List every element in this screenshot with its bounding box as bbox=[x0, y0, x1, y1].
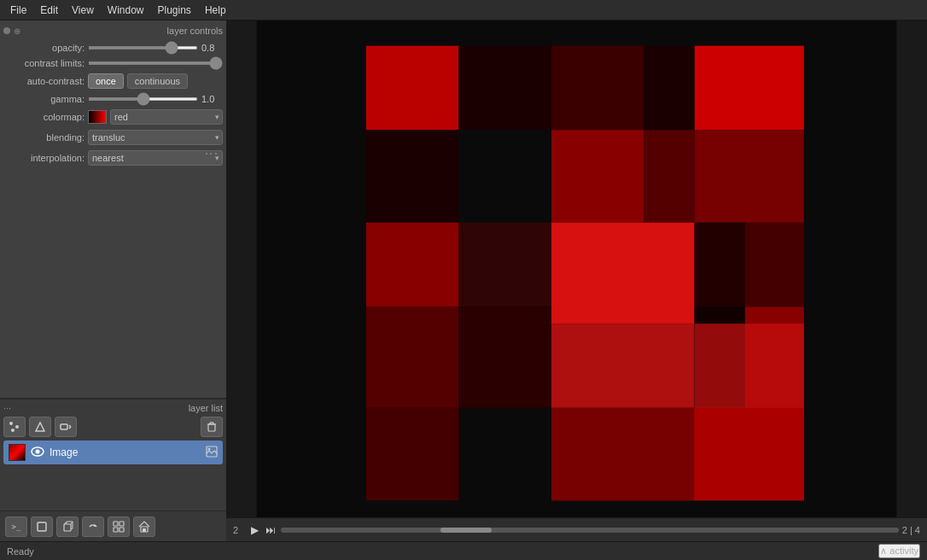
svg-point-2 bbox=[11, 429, 15, 432]
activity-button[interactable]: ∧ activity bbox=[878, 544, 920, 558]
opacity-slider[interactable] bbox=[88, 46, 198, 50]
labels-tool-button[interactable] bbox=[55, 417, 77, 437]
gamma-row: gamma: 1.0 bbox=[3, 94, 223, 104]
image-type-icon bbox=[206, 446, 218, 458]
svg-rect-33 bbox=[695, 130, 804, 223]
svg-rect-22 bbox=[114, 528, 118, 532]
menubar: File Edit View Window Plugins Help bbox=[0, 0, 927, 20]
expand-icon[interactable]: ⊕ bbox=[14, 26, 20, 36]
left-panel: ⊕ layer controls opacity: 0.8 contrast l… bbox=[0, 20, 226, 541]
auto-contrast-row: auto-contrast: once continuous bbox=[3, 73, 223, 89]
interpolation-row: interpolation: nearest bilinear bicubic … bbox=[3, 150, 223, 166]
status-ready: Ready bbox=[7, 546, 34, 557]
shapes-tool-button[interactable] bbox=[29, 417, 51, 437]
image-canvas bbox=[226, 20, 927, 517]
playback-thumb bbox=[440, 528, 492, 533]
2d-view-button[interactable] bbox=[31, 516, 53, 537]
points-icon bbox=[9, 421, 20, 433]
layer-thumbnail bbox=[9, 444, 26, 461]
menu-edit[interactable]: Edit bbox=[33, 3, 65, 18]
skip-button[interactable]: ⏭ bbox=[264, 522, 277, 538]
console-button[interactable]: >_ bbox=[5, 516, 27, 537]
blending-select-wrapper: transluc additive opaque ▾ bbox=[88, 130, 223, 145]
points-tool-button[interactable] bbox=[3, 417, 26, 437]
colormap-row: colormap: red green blue gray ▾ bbox=[3, 109, 223, 125]
more-options-icon[interactable]: ⋮ bbox=[203, 147, 219, 159]
svg-point-13 bbox=[36, 449, 40, 453]
home-icon bbox=[138, 521, 150, 533]
svg-rect-34 bbox=[366, 223, 459, 307]
svg-rect-7 bbox=[208, 424, 215, 431]
colormap-label: colormap: bbox=[3, 112, 85, 122]
roll-icon bbox=[87, 521, 99, 533]
contrast-label: contrast limits: bbox=[3, 58, 85, 68]
contrast-slider-container bbox=[88, 61, 223, 65]
trash-icon bbox=[206, 421, 218, 433]
gamma-slider-container: 1.0 bbox=[88, 94, 223, 104]
layer-image-item[interactable]: Image bbox=[3, 440, 223, 464]
2d-icon bbox=[36, 521, 48, 533]
playback-slider[interactable] bbox=[281, 528, 899, 533]
delete-layer-button[interactable] bbox=[201, 417, 223, 437]
layer-list-header: ··· layer list bbox=[3, 403, 223, 413]
menu-plugins[interactable]: Plugins bbox=[151, 3, 198, 18]
svg-rect-49 bbox=[458, 223, 551, 307]
svg-rect-23 bbox=[120, 528, 124, 532]
svg-rect-44 bbox=[551, 408, 695, 501]
svg-rect-39 bbox=[551, 324, 695, 408]
svg-rect-43 bbox=[695, 324, 804, 417]
blending-label: blending: bbox=[3, 132, 85, 143]
menu-view[interactable]: View bbox=[65, 3, 101, 18]
grid-view-button[interactable] bbox=[108, 516, 130, 537]
canvas-area: 2 ▶ ⏭ 2 | 4 bbox=[226, 20, 927, 541]
terminal-icon: >_ bbox=[12, 522, 21, 531]
auto-contrast-once-button[interactable]: once bbox=[88, 73, 124, 89]
svg-marker-3 bbox=[36, 423, 44, 431]
svg-rect-4 bbox=[61, 424, 67, 429]
svg-rect-16 bbox=[38, 522, 46, 531]
svg-rect-31 bbox=[551, 130, 644, 223]
play-button[interactable]: ▶ bbox=[249, 522, 260, 538]
header-icons: ⊕ bbox=[3, 26, 20, 36]
svg-point-1 bbox=[15, 425, 19, 429]
svg-rect-37 bbox=[745, 223, 804, 307]
layer-type-icon bbox=[206, 446, 218, 460]
svg-line-6 bbox=[69, 427, 71, 429]
eye-icon bbox=[31, 446, 44, 457]
colormap-preview bbox=[88, 110, 107, 124]
svg-rect-30 bbox=[366, 130, 459, 223]
svg-rect-21 bbox=[120, 522, 124, 526]
gamma-value: 1.0 bbox=[201, 94, 223, 104]
svg-rect-25 bbox=[143, 528, 146, 532]
menu-file[interactable]: File bbox=[3, 3, 33, 18]
svg-rect-27 bbox=[366, 46, 459, 131]
auto-contrast-continuous-button[interactable]: continuous bbox=[127, 73, 188, 89]
contrast-row: contrast limits: bbox=[3, 58, 223, 68]
layer-list-panel: ··· layer list bbox=[0, 400, 226, 510]
menu-window[interactable]: Window bbox=[101, 3, 151, 18]
roll-view-button[interactable] bbox=[82, 516, 104, 537]
colormap-select[interactable]: red green blue gray bbox=[110, 109, 223, 125]
3d-view-button[interactable] bbox=[56, 516, 79, 537]
svg-rect-51 bbox=[458, 408, 551, 501]
svg-rect-45 bbox=[695, 408, 804, 501]
labels-icon bbox=[60, 421, 72, 433]
blending-select[interactable]: transluc additive opaque bbox=[88, 130, 223, 145]
gamma-label: gamma: bbox=[3, 94, 85, 104]
svg-rect-38 bbox=[366, 306, 459, 407]
auto-contrast-label: auto-contrast: bbox=[3, 76, 85, 86]
layer-controls-title: layer controls bbox=[167, 26, 223, 36]
opacity-label: opacity: bbox=[3, 43, 85, 53]
svg-rect-29 bbox=[695, 46, 804, 131]
canvas-view[interactable] bbox=[226, 20, 927, 517]
home-button[interactable] bbox=[133, 516, 155, 537]
gamma-slider[interactable] bbox=[88, 97, 198, 101]
layer-list-dots: ··· bbox=[3, 403, 11, 413]
layer-controls-header: ⊕ layer controls bbox=[3, 26, 223, 36]
layer-visibility-toggle[interactable] bbox=[31, 446, 44, 459]
contrast-slider[interactable] bbox=[88, 61, 223, 65]
layer-toolbar bbox=[3, 417, 223, 437]
menu-help[interactable]: Help bbox=[198, 3, 233, 18]
svg-rect-28 bbox=[551, 46, 644, 131]
svg-rect-47 bbox=[458, 46, 551, 131]
